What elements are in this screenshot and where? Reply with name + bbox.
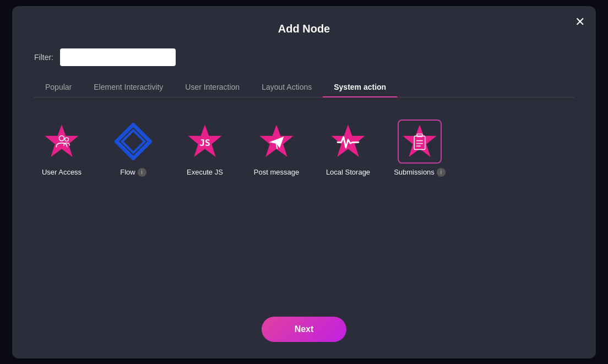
nodes-grid: User Access Flow i [34,114,574,182]
node-submissions[interactable]: Submissions i [392,119,447,177]
modal-overlay: ✕ Add Node Filter: Popular Element Inter… [0,0,608,364]
execute-js-star-icon: JS [186,123,224,160]
submissions-info-badge[interactable]: i [437,168,446,177]
tab-popular[interactable]: Popular [34,77,83,97]
node-flow-label: Flow i [120,168,146,177]
tab-system-action[interactable]: System action [323,77,397,97]
local-storage-star-icon [329,123,367,160]
node-post-message-label: Post message [254,168,299,176]
filter-label: Filter: [34,53,53,62]
node-submissions-icon-wrapper [398,119,442,164]
modal-footer: Next [34,306,574,342]
flow-star-icon [115,123,152,160]
svg-text:JS: JS [199,138,210,148]
submissions-star-icon [401,123,438,160]
tab-user-interaction[interactable]: User Interaction [174,77,251,97]
node-local-storage-label: Local Storage [326,168,370,176]
tab-element-interactivity[interactable]: Element Interactivity [83,77,174,97]
node-local-storage-icon-wrapper [326,119,370,164]
node-local-storage[interactable]: Local Storage [321,119,376,177]
user-access-star-icon [43,123,80,160]
node-user-access[interactable]: User Access [34,119,89,177]
node-submissions-label: Submissions i [394,168,446,177]
node-user-access-icon-wrapper [40,119,84,164]
node-post-message[interactable]: Post message [249,119,304,177]
modal-title: Add Node [34,23,574,35]
node-post-message-icon-wrapper [254,119,298,164]
tab-layout-actions[interactable]: Layout Actions [251,77,323,97]
post-message-star-icon [258,123,295,160]
node-flow[interactable]: Flow i [106,119,161,177]
flow-info-badge[interactable]: i [138,168,146,177]
node-flow-icon-wrapper [111,119,155,164]
tabs-container: Popular Element Interactivity User Inter… [34,77,574,97]
next-button[interactable]: Next [262,317,347,342]
node-execute-js-label: Execute JS [187,168,223,176]
node-execute-js[interactable]: JS Execute JS [177,119,232,177]
filter-row: Filter: [34,48,574,66]
add-node-modal: ✕ Add Node Filter: Popular Element Inter… [12,6,596,358]
filter-input[interactable] [60,48,176,66]
node-execute-js-icon-wrapper: JS [183,119,227,164]
node-user-access-label: User Access [42,168,82,176]
close-button[interactable]: ✕ [575,16,585,28]
